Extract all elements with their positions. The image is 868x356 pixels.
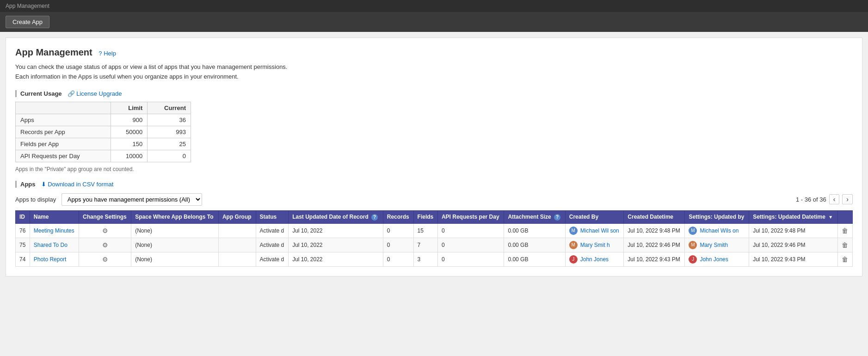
status-badge: Activate d bbox=[260, 256, 284, 263]
page-description: You can check the usage status of apps o… bbox=[15, 62, 853, 82]
row-change-settings: ⚙ bbox=[79, 238, 131, 252]
row-api-requests: 0 bbox=[437, 252, 504, 266]
row-attachment-size: 0.00 GB bbox=[504, 238, 565, 252]
th-created-datetime: Created Datetime bbox=[624, 210, 685, 223]
avatar: M bbox=[689, 241, 697, 249]
avatar: J bbox=[689, 255, 697, 264]
pagination-text: 1 - 36 of 36 bbox=[796, 196, 826, 203]
row-created-by: M Mary Smit h bbox=[565, 238, 624, 252]
row-created-by: J John Jones bbox=[565, 252, 624, 266]
usage-row-apps: Apps 900 36 bbox=[16, 114, 191, 126]
row-delete: 🗑 bbox=[838, 238, 853, 252]
row-last-updated: Jul 10, 2022 bbox=[289, 223, 383, 238]
next-page-button[interactable]: › bbox=[842, 194, 853, 204]
usage-limit-header: Limit bbox=[111, 102, 148, 114]
row-name: Meeting Minutes bbox=[30, 223, 79, 238]
row-id: 74 bbox=[16, 252, 30, 266]
row-settings-updated-datetime: Jul 10, 2022 9:46 PM bbox=[749, 238, 838, 252]
th-id: ID bbox=[16, 210, 30, 223]
row-space: (None) bbox=[131, 252, 219, 266]
row-api-requests: 0 bbox=[437, 238, 504, 252]
th-status: Status bbox=[256, 210, 289, 223]
usage-label-api: API Requests per Day bbox=[16, 150, 111, 162]
usage-limit-fields: 150 bbox=[111, 138, 148, 150]
usage-limit-apps: 900 bbox=[111, 114, 148, 126]
th-fields: Fields bbox=[413, 210, 437, 223]
apps-table: ID Name Change Settings Space Where App … bbox=[15, 210, 853, 267]
row-name: Photo Report bbox=[30, 252, 79, 266]
row-status: Activate d bbox=[256, 223, 289, 238]
usage-limit-records: 50000 bbox=[111, 126, 148, 138]
license-upgrade-link[interactable]: 🔗 License Upgrade bbox=[68, 90, 122, 97]
th-settings-updated-datetime: Settings: Updated Datetime ▼ bbox=[749, 210, 838, 223]
delete-icon[interactable]: 🗑 bbox=[842, 256, 848, 263]
delete-icon[interactable]: 🗑 bbox=[842, 241, 848, 249]
download-icon: ⬇ bbox=[41, 181, 46, 188]
row-settings-updated-datetime: Jul 10, 2022 9:43 PM bbox=[749, 252, 838, 266]
apps-filter-row: Apps to display Apps you have management… bbox=[15, 193, 853, 206]
main-content: App Management ? Help You can check the … bbox=[6, 37, 862, 276]
row-fields: 15 bbox=[413, 223, 437, 238]
th-last-updated: Last Updated Date of Record ? bbox=[289, 210, 383, 223]
row-last-updated: Jul 10, 2022 bbox=[289, 252, 383, 266]
top-nav-title: App Management bbox=[6, 3, 49, 9]
download-csv-link[interactable]: ⬇ Download in CSV format bbox=[41, 181, 114, 188]
help-link[interactable]: ? Help bbox=[98, 50, 116, 57]
row-app-group bbox=[218, 223, 256, 238]
row-id: 76 bbox=[16, 223, 30, 238]
create-app-button[interactable]: Create App bbox=[6, 16, 49, 28]
th-app-group: App Group bbox=[218, 210, 256, 223]
row-attachment-size: 0.00 GB bbox=[504, 252, 565, 266]
attachment-info-icon[interactable]: ? bbox=[554, 214, 560, 221]
delete-icon[interactable]: 🗑 bbox=[842, 227, 848, 234]
usage-current-apps: 36 bbox=[148, 114, 191, 126]
row-app-group bbox=[218, 238, 256, 252]
last-updated-info-icon[interactable]: ? bbox=[371, 214, 378, 221]
row-id: 75 bbox=[16, 238, 30, 252]
app-name-link[interactable]: Meeting Minutes bbox=[34, 227, 74, 234]
description-line1: You can check the usage status of apps o… bbox=[15, 62, 853, 72]
app-name-link[interactable]: Shared To Do bbox=[34, 242, 68, 248]
table-row: 76 Meeting Minutes ⚙ (None) Activate d J… bbox=[16, 223, 853, 238]
settings-updated-by-link[interactable]: Mary Smith bbox=[700, 242, 728, 248]
status-badge: Activate d bbox=[260, 242, 284, 248]
th-change-settings: Change Settings bbox=[79, 210, 131, 223]
row-settings-updated-datetime: Jul 10, 2022 9:48 PM bbox=[749, 223, 838, 238]
created-by-link[interactable]: John Jones bbox=[580, 256, 609, 263]
usage-row-fields: Fields per App 150 25 bbox=[16, 138, 191, 150]
settings-updated-by-link[interactable]: John Jones bbox=[700, 256, 728, 263]
created-by-link[interactable]: Michael Wil son bbox=[580, 227, 619, 234]
apps-filter-select[interactable]: Apps you have management permissions (Al… bbox=[62, 193, 202, 206]
th-actions bbox=[838, 210, 853, 223]
th-created-by: Created By bbox=[565, 210, 624, 223]
avatar: M bbox=[569, 241, 578, 249]
row-status: Activate d bbox=[256, 238, 289, 252]
row-change-settings: ⚙ bbox=[79, 252, 131, 266]
row-records: 0 bbox=[383, 238, 413, 252]
th-records: Records bbox=[383, 210, 413, 223]
app-name-link[interactable]: Photo Report bbox=[34, 256, 67, 263]
created-by-link[interactable]: Mary Smit h bbox=[580, 242, 610, 248]
th-api-requests: API Requests per Day bbox=[437, 210, 504, 223]
current-usage-section-header: Current Usage 🔗 License Upgrade bbox=[15, 90, 853, 97]
gear-icon[interactable]: ⚙ bbox=[102, 241, 108, 249]
usage-label-fields: Fields per App bbox=[16, 138, 111, 150]
row-settings-updated-by: M Michael Wils on bbox=[685, 223, 749, 238]
row-change-settings: ⚙ bbox=[79, 223, 131, 238]
prev-page-button[interactable]: ‹ bbox=[829, 194, 840, 204]
row-space: (None) bbox=[131, 223, 219, 238]
description-line2: Each information in the Apps is useful w… bbox=[15, 72, 853, 82]
usage-table: Limit Current Apps 900 36 Records per Ap… bbox=[15, 102, 191, 162]
usage-row-records: Records per App 50000 993 bbox=[16, 126, 191, 138]
gear-icon[interactable]: ⚙ bbox=[102, 227, 108, 234]
avatar: M bbox=[569, 227, 578, 235]
status-badge: Activate d bbox=[260, 227, 284, 234]
row-api-requests: 0 bbox=[437, 223, 504, 238]
row-fields: 3 bbox=[413, 252, 437, 266]
settings-updated-by-link[interactable]: Michael Wils on bbox=[700, 227, 739, 234]
gear-icon[interactable]: ⚙ bbox=[102, 256, 108, 263]
avatar: J bbox=[569, 255, 578, 264]
row-space: (None) bbox=[131, 238, 219, 252]
row-delete: 🗑 bbox=[838, 252, 853, 266]
download-label: Download in CSV format bbox=[48, 181, 113, 188]
